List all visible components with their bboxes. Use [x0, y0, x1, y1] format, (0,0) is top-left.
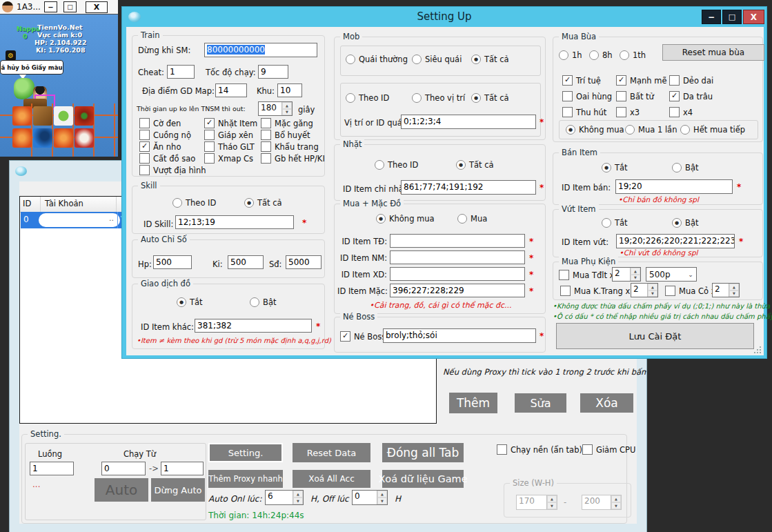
tnsm-spinner[interactable]: 180 ▲ ▼	[258, 101, 293, 116]
train-checkbox-an-nho[interactable]: ✓ Ăn nho	[139, 141, 181, 152]
mua-tdlt-checkbox[interactable]: Mua Tđlt x	[559, 270, 614, 280]
id-ban-input[interactable]: 19;20	[615, 179, 733, 194]
spinner-up-icon[interactable]: ▲	[648, 284, 657, 290]
dung-auto-button[interactable]: Dừng Auto	[151, 478, 205, 502]
spinner-down-icon[interactable]: ▼	[729, 290, 739, 297]
train-checkbox-nhat-item[interactable]: ✓ Nhặt Item	[204, 118, 257, 128]
ktrang-count-spinner[interactable]: 2 ▲ ▼	[631, 283, 658, 297]
bua-radio-het-mua-tiep[interactable]: Hết mua tiếp	[680, 125, 745, 135]
spinner-up-icon[interactable]: ▲	[377, 491, 387, 497]
mob-radio-theo-id[interactable]: Theo ID	[346, 93, 389, 103]
bua-checkbox-da-trau[interactable]: ✓ Da trâu	[669, 91, 713, 101]
them-proxy-button[interactable]: Thêm Proxy nhanh	[208, 470, 283, 488]
reset-mua-bua-button[interactable]: Reset mua bùa	[662, 44, 764, 61]
auto-onl-spinner[interactable]: 6 ▲ ▼	[265, 490, 304, 505]
mua-bua-radio-1th[interactable]: 1th	[620, 50, 646, 60]
spinner-down-icon[interactable]: ▼	[377, 497, 387, 504]
skill-radio-theo-id[interactable]: Theo ID	[172, 198, 216, 208]
train-checkbox-cat-do-sao[interactable]: Cất đồ sao	[139, 153, 195, 164]
vi-tri-input[interactable]: 0;1;2;3;4	[401, 115, 536, 129]
maximize-button[interactable]: □	[63, 1, 77, 12]
train-checkbox-cuong-no[interactable]: Cuồng nộ	[139, 130, 191, 140]
khu-input[interactable]: 10	[277, 83, 302, 97]
mua-mac-radio-mua[interactable]: Mua	[457, 214, 487, 224]
ne-boss-input[interactable]: broly;thỏ;sói	[383, 328, 536, 343]
train-checkbox-thao-glt[interactable]: Tháo GLT	[204, 141, 255, 152]
id-skill-input[interactable]: 12;13;19	[175, 215, 294, 229]
xoa-du-lieu-button[interactable]: Xoá dữ liệu Game	[382, 470, 464, 488]
toc-do-input[interactable]: 9	[258, 65, 288, 79]
tdlt-count-spinner[interactable]: 2 ▲ ▼	[612, 267, 641, 282]
reset-data-button[interactable]: Reset Data	[293, 443, 370, 462]
spinner-down-icon[interactable]: ▼	[648, 290, 657, 297]
bua-checkbox-x4[interactable]: x4	[669, 107, 693, 117]
dialog-close-button[interactable]: X	[743, 10, 764, 24]
dong-all-tab-button[interactable]: Đóng all Tab	[382, 443, 464, 462]
giao-dich-radio-tat[interactable]: ● Tắt	[177, 297, 203, 307]
co-count-spinner[interactable]: 2 ▲ ▼	[712, 283, 740, 297]
train-checkbox-gb-het[interactable]: Gb hết HP/KI	[261, 153, 325, 164]
auto-off-spinner[interactable]: 0 ▲ ▼	[352, 490, 388, 505]
mua-bua-radio-1h[interactable]: 1h	[559, 50, 582, 60]
train-checkbox-khau-trang[interactable]: Khẩu trang	[261, 141, 319, 152]
bua-radio-mua-1-lan[interactable]: Mua 1 lần	[625, 125, 677, 135]
id-vut-input[interactable]: 19;20;226;220;221;222;223;1505;	[616, 234, 735, 248]
nhat-radio-tat-ca[interactable]: ● Tất cả	[456, 160, 494, 170]
mua-ktrang-checkbox[interactable]: Mua K.Trang x	[560, 286, 630, 296]
column-header-id[interactable]: ID	[20, 197, 41, 212]
item-icon[interactable]	[33, 106, 52, 126]
xoa-button[interactable]: Xóa	[580, 393, 633, 413]
train-checkbox-vuot-dia-hinh[interactable]: Vượt địa hình	[139, 165, 206, 175]
bua-checkbox-th u-hut[interactable]: Thu hút	[562, 107, 606, 117]
train-checkbox-bo-huyet[interactable]: Bổ huyết	[261, 130, 310, 140]
giam-cpu-checkbox[interactable]: Giảm CPU	[582, 444, 635, 455]
game-viewport[interactable]: Nappa 0 TiennVo.Net Vực cắm k:0 HP: 2.10…	[0, 14, 118, 157]
item-icon[interactable]	[75, 106, 94, 126]
bua-checkbox-manh-me[interactable]: ✓ Mạnh mẽ	[616, 75, 666, 86]
cheat-input[interactable]: 1	[167, 65, 195, 79]
bua-radio-khong-mua[interactable]: ● Không mua	[566, 125, 624, 135]
mob-radio-theo-vi-tri[interactable]: Theo vị trí	[412, 93, 465, 103]
chay-tu-from-input[interactable]: 0	[101, 462, 146, 475]
nhat-radio-theo-id[interactable]: Theo ID	[375, 160, 418, 170]
vut-radio-bat[interactable]: ● Bật	[672, 218, 698, 228]
mob-radio-quai-thuong[interactable]: Quái thường	[346, 55, 408, 64]
train-checkbox-giap-xen[interactable]: Giáp xên	[204, 130, 253, 140]
bua-checkbox-oai-hung[interactable]: Oai hùng	[562, 91, 612, 101]
id-td-input[interactable]	[390, 234, 525, 248]
spinner-down-icon[interactable]: ▼	[282, 109, 292, 116]
vut-radio-tat[interactable]: Tắt	[602, 218, 628, 228]
luong-input[interactable]: 1	[30, 462, 74, 475]
dialog-titlebar[interactable]: Setting Up − □ X	[122, 7, 766, 27]
them-button[interactable]: Thêm	[449, 393, 497, 413]
chay-nen-checkbox[interactable]: Chạy nền (ẩn tab)	[497, 444, 582, 455]
close-button[interactable]: X	[86, 1, 108, 13]
item-icon[interactable]	[54, 106, 73, 126]
bua-checkbox-tri-tue[interactable]: ✓ Trí tuệ	[562, 75, 601, 86]
save-settings-button[interactable]: Lưu Cài Đặt	[556, 323, 754, 349]
minimize-button[interactable]: −	[44, 1, 57, 12]
sd-input[interactable]: 5000	[286, 255, 321, 269]
item-icon[interactable]	[54, 128, 73, 148]
mob-radio-sieu-quai[interactable]: Siêu quái	[412, 55, 462, 64]
ki-input[interactable]: 500	[228, 255, 264, 269]
hp-input[interactable]: 500	[153, 255, 192, 269]
mob-radio-tat-ca-2[interactable]: ● Tất cả	[471, 93, 509, 103]
id-nm-input[interactable]	[390, 250, 525, 264]
spinner-up-icon[interactable]: ▲	[631, 268, 640, 275]
train-checkbox-co-den[interactable]: Cờ đen	[139, 118, 181, 128]
xoa-all-acc-button[interactable]: Xoá All Acc	[293, 470, 370, 488]
chay-tu-to-input[interactable]: 1	[161, 462, 204, 475]
setting-button[interactable]: Setting.	[208, 443, 283, 462]
resize-grip[interactable]	[753, 345, 761, 353]
mua-bua-radio-8h[interactable]: 8h	[589, 50, 613, 60]
ban-radio-bat[interactable]: Bật	[672, 163, 698, 173]
item-icon[interactable]	[95, 128, 115, 148]
ban-radio-tat[interactable]: ● Tắt	[602, 163, 628, 173]
bua-checkbox-deo-dai[interactable]: Dẻo dai	[669, 75, 713, 86]
ne-boss-checkbox[interactable]: ✓ Né Boss	[340, 331, 386, 342]
spinner-up-icon[interactable]: ▲	[729, 284, 739, 290]
dialog-minimize-button[interactable]: −	[702, 10, 721, 24]
mob-radio-tat-ca-1[interactable]: ● Tất cả	[471, 55, 509, 64]
spinner-up-icon[interactable]: ▲	[282, 102, 292, 109]
